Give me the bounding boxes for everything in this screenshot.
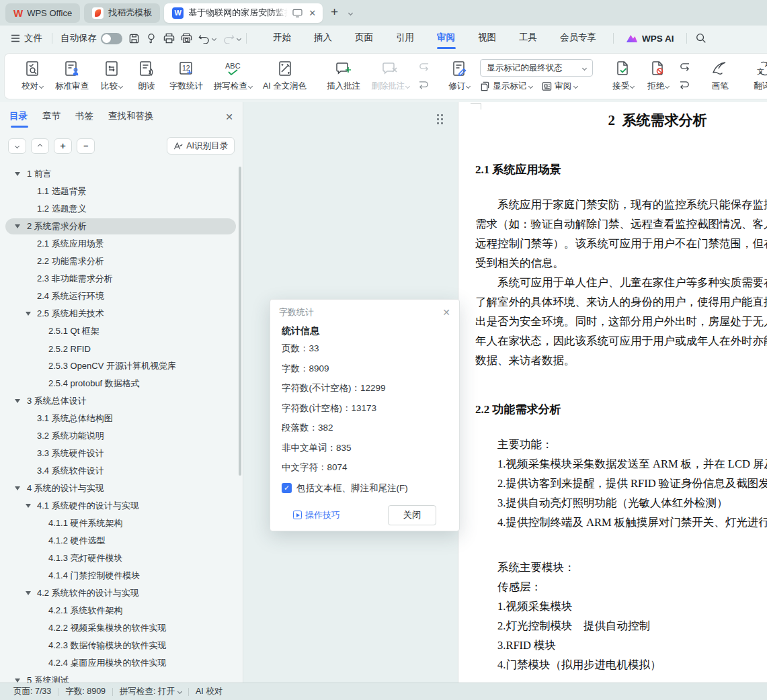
sidebar-tab-chapters[interactable]: 章节 (42, 102, 60, 132)
toc-item[interactable]: 4.2 系统软件的设计与实现 (0, 584, 243, 602)
toc-item[interactable]: 3.2 系统功能说明 (0, 427, 243, 445)
toc-item[interactable]: 4.2.1 系统软件架构 (0, 602, 243, 619)
markup-state-select[interactable]: 显示标记的最终状态 (480, 59, 593, 77)
toc-item[interactable]: 4.2.2 视频采集模块的软件实现 (0, 619, 243, 637)
toc-item[interactable]: 2 系统需求分析 (0, 218, 243, 235)
increase-level-button[interactable]: ＋ (54, 138, 72, 154)
enter-screen-icon[interactable] (292, 9, 302, 17)
toc-item[interactable]: 4.1.2 硬件选型 (0, 532, 243, 550)
menu-item-member[interactable]: 会员专享 (549, 26, 608, 51)
review-pane-button[interactable]: 审阅 (542, 81, 577, 92)
toc-item[interactable]: 1 前言 (0, 165, 243, 183)
toc-item[interactable]: 3.4 系统软件设计 (0, 462, 243, 480)
autosave-control[interactable]: 自动保存 (58, 32, 125, 44)
menu-item-tools[interactable]: 工具 (508, 26, 549, 51)
word-count-button[interactable]: 12 字数统计 (165, 56, 208, 96)
track-changes-button[interactable]: 修订 (442, 56, 476, 96)
file-menu[interactable]: 文件 (7, 32, 46, 44)
insert-comment-button[interactable]: 插入批注 (322, 56, 365, 96)
status-spell-check[interactable]: 拼写检查: 打开 (113, 686, 188, 697)
toc-item[interactable]: 2.1 系统应用场景 (0, 235, 243, 253)
collapse-all-button[interactable] (8, 138, 26, 154)
new-tab-button[interactable]: + (327, 5, 342, 21)
toc-expand-arrow-icon[interactable] (15, 679, 20, 683)
sidebar-tab-toc[interactable]: 目录 (9, 102, 28, 132)
tab-document[interactable]: W 基于物联网的家居安防监控系统 ✕ (164, 3, 323, 23)
print-preview-button[interactable] (177, 30, 195, 47)
export-share-button[interactable] (143, 30, 160, 47)
status-word-count[interactable]: 字数: 8909 (58, 686, 112, 697)
toc-item[interactable]: 2.2 功能需求分析 (0, 253, 243, 270)
toc-expand-arrow-icon[interactable] (26, 312, 31, 316)
toc-item[interactable]: 2.5.4 protobuf 数据格式 (0, 375, 243, 392)
toc-expand-arrow-icon[interactable] (26, 591, 31, 595)
toc-expand-arrow-icon[interactable] (15, 224, 20, 228)
toc-expand-arrow-icon[interactable] (15, 399, 20, 403)
toc-item[interactable]: 2.3 非功能需求分析 (0, 270, 243, 288)
ai-recognize-toc-button[interactable]: AI识别目录 (167, 137, 235, 155)
sidebar-scrollbar[interactable] (239, 167, 241, 476)
paragraph-drag-handle-icon[interactable] (437, 114, 446, 126)
next-comment-button[interactable] (417, 79, 430, 92)
close-tab-icon[interactable]: ✕ (307, 8, 317, 18)
translate-button[interactable]: 文A 翻译 (748, 56, 767, 96)
reject-button[interactable]: 拒绝 (641, 56, 675, 96)
tips-link[interactable]: 操作技巧 (293, 509, 340, 521)
search-icon[interactable] (692, 30, 710, 47)
previous-change-button[interactable] (678, 60, 691, 74)
compare-button[interactable]: 比较 (95, 56, 128, 96)
close-button[interactable]: 关闭 (388, 505, 436, 525)
toc-item[interactable]: 1.2 选题意义 (0, 200, 243, 218)
read-aloud-button[interactable]: 朗读 (130, 56, 163, 96)
autosave-toggle[interactable] (101, 33, 122, 44)
tab-wps-office[interactable]: W WPS Office (5, 3, 80, 23)
next-change-button[interactable] (678, 79, 691, 92)
toc-item[interactable]: 4.2.3 数据传输模块的软件实现 (0, 637, 243, 654)
menu-item-review[interactable]: 审阅 (426, 26, 467, 51)
toc-item[interactable]: 4.1.3 亮灯硬件模块 (0, 550, 243, 567)
document-page[interactable]: 2 系统需求分析 2.1 系统应用场景系统应用于家庭门禁安防，现有的监控系统只能… (458, 102, 767, 683)
menu-item-reference[interactable]: 引用 (385, 26, 426, 51)
toc-expand-arrow-icon[interactable] (26, 504, 31, 508)
toc-item[interactable]: 2.5.2 RFID (0, 340, 243, 357)
menu-item-view[interactable]: 视图 (467, 26, 508, 51)
tab-docer-templates[interactable]: 找稻壳模板 (84, 3, 160, 23)
show-markup-button[interactable]: 显示标记 (480, 81, 532, 92)
sidebar-close-icon[interactable]: ✕ (225, 112, 233, 122)
undo-button[interactable] (195, 30, 212, 47)
menu-item-insert[interactable]: 插入 (302, 26, 344, 51)
toc-item[interactable]: 2.5.3 OpenCV 开源计算机视觉库 (0, 357, 243, 375)
print-button[interactable] (160, 30, 177, 47)
standard-review-button[interactable]: 标准审查 (50, 56, 93, 96)
toc-item[interactable]: 1.1 选题背景 (0, 183, 243, 200)
wps-ai-button[interactable]: WPS AI (619, 34, 681, 44)
toc-item[interactable]: 2.5 系统相关技术 (0, 305, 243, 322)
include-textbox-checkbox[interactable]: ✓ 包括文本框、脚注和尾注(F) (282, 482, 448, 494)
sidebar-tab-find-replace[interactable]: 查找和替换 (108, 102, 154, 132)
toc-item[interactable]: 2.5.1 Qt 框架 (0, 322, 243, 340)
dialog-close-icon[interactable]: ✕ (442, 307, 450, 318)
toc-item[interactable]: 4.1 系统硬件的设计与实现 (0, 497, 243, 515)
toc-item[interactable]: 3.3 系统硬件设计 (0, 445, 243, 462)
menu-item-start[interactable]: 开始 (261, 26, 302, 51)
toc-item[interactable]: 3.1 系统总体结构图 (0, 410, 243, 427)
toc-expand-arrow-icon[interactable] (15, 172, 20, 176)
decrease-level-button[interactable]: － (77, 138, 95, 154)
spell-check-button[interactable]: ABC 拼写检查 (209, 56, 257, 96)
toc-item[interactable]: 5 系统测试 (0, 672, 243, 683)
save-button[interactable] (125, 30, 143, 47)
status-page-indicator[interactable]: 页面: 7/33 (7, 686, 58, 697)
toc-item[interactable]: 4.1.4 门禁控制硬件模块 (0, 567, 243, 584)
accept-button[interactable]: 接受 (606, 56, 640, 96)
ink-brush-button[interactable]: 画笔 (703, 56, 737, 96)
proofread-button[interactable]: 校对 (15, 56, 49, 96)
tab-list-chevron-icon[interactable] (346, 8, 355, 18)
ai-polish-button[interactable]: AI 全文润色 (258, 56, 311, 96)
toc-item[interactable]: 4 系统的设计与实现 (0, 480, 243, 497)
toc-expand-arrow-icon[interactable] (15, 486, 20, 490)
status-ai-proofread[interactable]: AI 校对 (189, 686, 229, 697)
quickbar-chevron-icon[interactable] (237, 36, 241, 40)
toc-item[interactable]: 4.2.4 桌面应用模块的软件实现 (0, 654, 243, 672)
undo-chevron-icon[interactable] (212, 36, 216, 40)
toc-item[interactable]: 2.4 系统运行环境 (0, 288, 243, 305)
